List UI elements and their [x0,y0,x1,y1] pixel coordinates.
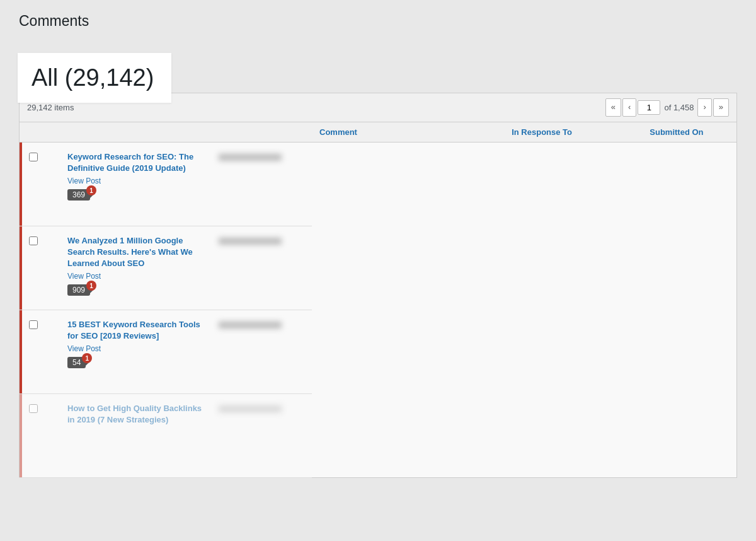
checkbox-cell [22,143,45,226]
row-checkbox[interactable] [29,153,38,161]
all-badge-text: All (29,142) [32,64,154,91]
prev-page-button[interactable]: ‹ [622,98,636,117]
items-count: 29,142 items [27,103,74,112]
comment-count-wrap: 369 1 [67,189,90,201]
response-cell: Keyword Research for SEO: The Definitive… [60,143,211,226]
response-cell: 15 BEST Keyword Research Tools for SEO [… [60,310,211,393]
submitted-cell [211,394,312,477]
page-title: Comments [19,13,737,30]
page-of: of 1,458 [664,103,694,112]
col-submitted-header: Submitted On [642,122,736,142]
row-cell: How to Get High Quality Backlinks in 201… [20,393,312,477]
table-header: Comment In Response To Submitted On [20,122,737,142]
row-checkbox[interactable] [29,404,38,413]
row-cell: 15 BEST Keyword Research Tools for SEO [… [20,310,312,393]
row-cell: We Analyzed 1 Million Google Search Resu… [20,226,312,310]
submitted-blur [219,405,282,412]
col-response-header: In Response To [504,122,642,142]
notif-dot: 1 [82,353,92,363]
col-check-header [20,122,312,142]
comment-count-wrap: 54 1 [67,357,86,368]
view-post-link[interactable]: View Post [67,272,203,281]
submitted-blur [219,154,282,161]
comment-cell [45,311,60,393]
table-row: How to Get High Quality Backlinks in 201… [20,393,737,477]
page-wrapper: Comments All (29,142) 29,142 items « ‹ o… [0,0,756,541]
row-inner: How to Get High Quality Backlinks in 201… [20,394,312,477]
comment-cell [45,228,60,310]
view-post-link[interactable]: View Post [67,344,203,353]
page-input[interactable] [638,100,660,115]
submitted-cell [211,143,312,226]
submitted-blur [219,322,282,329]
response-cell: How to Get High Quality Backlinks in 201… [60,394,211,477]
table-row: Keyword Research for SEO: The Definitive… [20,142,737,226]
comment-count-wrap: 909 1 [67,284,90,296]
first-page-button[interactable]: « [605,98,621,117]
table-row: We Analyzed 1 Million Google Search Resu… [20,226,737,310]
last-page-button[interactable]: » [713,98,729,117]
checkbox-cell [22,394,45,477]
checkbox-cell [22,310,45,393]
row-inner: 15 BEST Keyword Research Tools for SEO [… [20,310,312,393]
submitted-cell [211,310,312,393]
row-cell: Keyword Research for SEO: The Definitive… [20,142,312,226]
row-inner: We Analyzed 1 Million Google Search Resu… [20,226,312,310]
notif-dot: 1 [86,185,96,195]
comment-cell [45,395,60,477]
view-post-link[interactable]: View Post [67,177,203,185]
row-inner: Keyword Research for SEO: The Definitive… [20,143,312,226]
response-cell: We Analyzed 1 Million Google Search Resu… [60,226,211,310]
table-row: 15 BEST Keyword Research Tools for SEO [… [20,310,737,393]
comment-cell [45,144,60,226]
next-page-button[interactable]: › [697,98,711,117]
post-title-link[interactable]: We Analyzed 1 Million Google Search Resu… [67,235,203,270]
col-comment-header: Comment [312,122,504,142]
submitted-blur [219,238,282,245]
post-title-link[interactable]: How to Get High Quality Backlinks in 201… [67,403,203,426]
table-container: 29,142 items « ‹ of 1,458 › » Comment In… [19,93,737,478]
row-checkbox[interactable] [29,236,38,245]
checkbox-cell [22,226,45,310]
post-title-link[interactable]: Keyword Research for SEO: The Definitive… [67,151,203,174]
row-checkbox[interactable] [29,320,38,329]
post-title-link[interactable]: 15 BEST Keyword Research Tools for SEO [… [67,319,203,342]
notif-dot: 1 [86,281,96,291]
comments-table: Comment In Response To Submitted On [19,122,737,478]
all-badge-card: All (29,142) [18,53,171,103]
submitted-cell [211,226,312,310]
pagination: « ‹ of 1,458 › » [605,98,729,117]
